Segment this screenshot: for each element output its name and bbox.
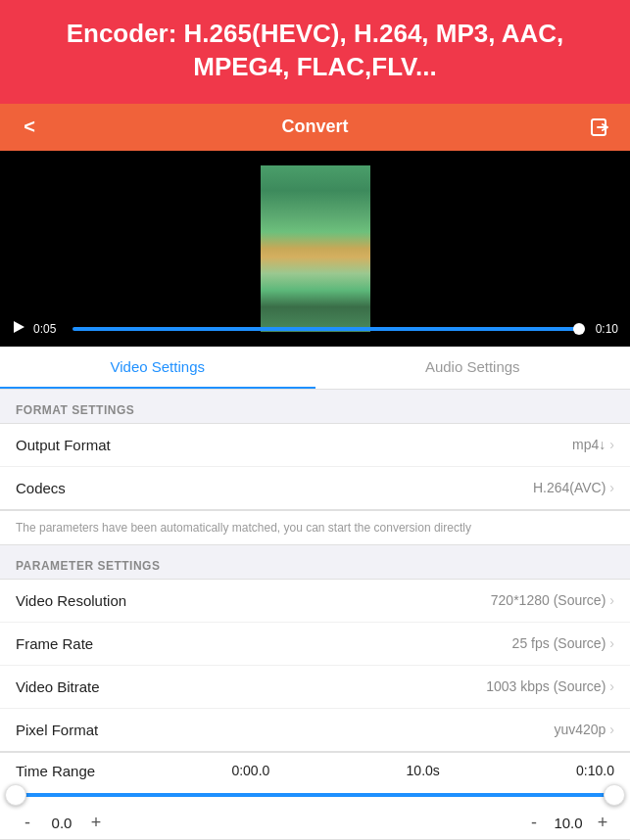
format-settings-group: Output Format mp4↓ › Codecs H.264(AVC) › [0,423,630,510]
svg-marker-2 [14,321,24,333]
pixel-format-chevron: › [609,722,614,737]
right-time-input-group: - 10.0 + [522,813,614,833]
playback-controls: 0:05 0:10 [0,311,630,347]
video-resolution-row[interactable]: Video Resolution 720*1280 (Source) › [0,580,630,623]
right-time-value: 10.0 [554,815,583,831]
play-button[interactable] [12,320,25,337]
time-range-duration: 10.0s [407,763,440,778]
pixel-format-row[interactable]: Pixel Format yuv420p › [0,709,630,751]
info-message: The parameters have been automatically m… [0,510,630,545]
time-range-end-val: 0:10.0 [576,763,614,778]
format-settings-header: FORMAT SETTINGS [0,390,630,423]
tabs-container: Video Settings Audio Settings [0,347,630,390]
time-range-start-val: 0:00.0 [231,763,269,778]
pixel-format-value: yuv420p › [554,722,614,737]
slider-thumb-right[interactable] [604,784,625,806]
thumbnail-image [261,165,370,332]
video-bitrate-row[interactable]: Video Bitrate 1003 kbps (Source) › [0,666,630,709]
video-bitrate-label: Video Bitrate [16,678,100,695]
export-button[interactable] [585,112,616,143]
left-time-plus[interactable]: + [84,813,108,833]
codecs-value: H.264(AVC) › [533,480,614,495]
back-button[interactable]: < [14,112,45,143]
time-range-slider[interactable] [16,783,614,807]
frame-rate-chevron: › [609,635,614,651]
frame-rate-row[interactable]: Frame Rate 25 fps (Source) › [0,623,630,666]
nav-title: Convert [281,117,348,137]
slider-track [16,793,614,797]
settings-content: FORMAT SETTINGS Output Format mp4↓ › Cod… [0,390,630,840]
video-thumbnail [261,165,370,332]
right-time-plus[interactable]: + [591,813,614,833]
nav-bar: < Convert [0,104,630,151]
output-format-chevron: › [609,437,614,452]
video-resolution-value: 720*1280 (Source) › [491,592,614,608]
output-format-row[interactable]: Output Format mp4↓ › [0,424,630,467]
time-start: 0:05 [33,322,65,336]
codecs-label: Codecs [16,480,66,496]
video-bitrate-chevron: › [609,678,614,694]
parameter-settings-header: PARAMETER SETTINGS [0,545,630,579]
left-time-value: 0.0 [47,815,76,831]
parameter-settings-group: Video Resolution 720*1280 (Source) › Fra… [0,579,630,752]
time-range-label: Time Range [16,763,95,779]
time-end: 0:10 [587,322,618,336]
right-time-minus[interactable]: - [522,813,546,833]
tab-video-settings[interactable]: Video Settings [0,347,315,389]
time-range-inputs: - 0.0 + - 10.0 + [16,813,614,833]
time-range-section: Time Range 0:00.0 10.0s 0:10.0 - 0.0 + -… [0,752,630,840]
output-format-label: Output Format [16,437,111,453]
pixel-format-label: Pixel Format [16,722,98,738]
slider-thumb-left[interactable] [5,784,26,806]
left-time-minus[interactable]: - [16,813,39,833]
progress-thumb [573,323,585,335]
video-resolution-chevron: › [609,592,614,608]
output-format-value: mp4↓ › [572,437,614,452]
codecs-chevron: › [609,480,614,495]
video-bitrate-value: 1003 kbps (Source) › [486,678,614,694]
app-banner: Encoder: H.265(HEVC), H.264, MP3, AAC, M… [0,0,630,104]
time-range-meta: Time Range 0:00.0 10.0s 0:10.0 [16,763,614,779]
frame-rate-label: Frame Rate [16,635,93,652]
frame-rate-value: 25 fps (Source) › [512,635,614,651]
video-player: 0:05 0:10 [0,151,630,347]
video-resolution-label: Video Resolution [16,592,126,609]
progress-bar[interactable] [73,327,579,331]
left-time-input-group: - 0.0 + [16,813,108,833]
tab-audio-settings[interactable]: Audio Settings [315,347,631,389]
codecs-row[interactable]: Codecs H.264(AVC) › [0,467,630,509]
